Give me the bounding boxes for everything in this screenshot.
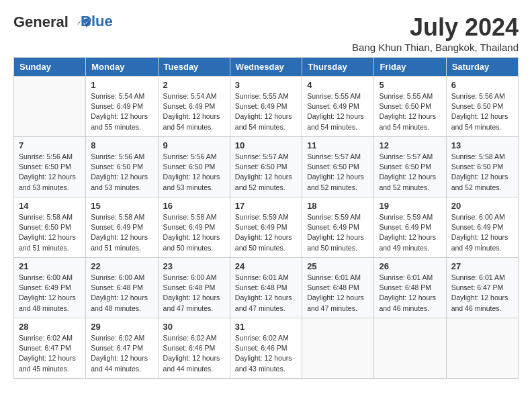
day-detail: Sunrise: 6:01 AM Sunset: 6:47 PM Dayligh… [451,273,513,314]
day-number: 15 [91,201,152,211]
calendar-cell: 19Sunrise: 5:59 AM Sunset: 6:49 PM Dayli… [374,197,446,258]
calendar-cell: 13Sunrise: 5:58 AM Sunset: 6:50 PM Dayli… [446,137,518,197]
day-detail: Sunrise: 6:00 AM Sunset: 6:48 PM Dayligh… [91,273,152,314]
calendar-cell: 22Sunrise: 6:00 AM Sunset: 6:48 PM Dayli… [86,258,158,318]
day-detail: Sunrise: 5:59 AM Sunset: 6:49 PM Dayligh… [235,212,297,253]
day-detail: Sunrise: 6:02 AM Sunset: 6:47 PM Dayligh… [91,333,152,374]
weekday-header-tuesday: Tuesday [158,58,230,77]
day-detail: Sunrise: 5:56 AM Sunset: 6:50 PM Dayligh… [91,152,152,193]
day-number: 6 [451,80,513,90]
calendar-cell: 2Sunrise: 5:54 AM Sunset: 6:49 PM Daylig… [158,77,230,137]
calendar-cell: 25Sunrise: 6:01 AM Sunset: 6:48 PM Dayli… [302,258,374,318]
day-number: 19 [379,201,441,211]
logo-general: General [13,13,69,30]
weekday-header-friday: Friday [374,58,446,77]
logo-blue: Blue [81,13,113,30]
day-number: 13 [451,140,513,150]
weekday-header-wednesday: Wednesday [230,58,302,77]
calendar-body: 1Sunrise: 5:54 AM Sunset: 6:49 PM Daylig… [14,77,519,379]
day-detail: Sunrise: 5:55 AM Sunset: 6:50 PM Dayligh… [379,91,441,132]
day-detail: Sunrise: 5:54 AM Sunset: 6:49 PM Dayligh… [163,91,225,132]
calendar-cell: 16Sunrise: 5:58 AM Sunset: 6:49 PM Dayli… [158,197,230,258]
day-number: 4 [307,80,369,90]
day-number: 22 [91,261,152,271]
day-number: 30 [163,322,225,332]
calendar-cell [14,77,86,137]
day-number: 2 [163,80,225,90]
day-detail: Sunrise: 5:55 AM Sunset: 6:49 PM Dayligh… [235,91,297,132]
weekday-header-sunday: Sunday [14,58,86,77]
calendar-cell: 6Sunrise: 5:56 AM Sunset: 6:50 PM Daylig… [446,77,518,137]
calendar-week-row: 14Sunrise: 5:58 AM Sunset: 6:50 PM Dayli… [14,197,519,258]
calendar-cell [374,318,446,379]
day-number: 23 [163,261,225,271]
day-detail: Sunrise: 6:01 AM Sunset: 6:48 PM Dayligh… [307,273,369,314]
day-number: 26 [379,261,441,271]
day-detail: Sunrise: 6:02 AM Sunset: 6:46 PM Dayligh… [235,333,297,374]
calendar-week-row: 21Sunrise: 6:00 AM Sunset: 6:49 PM Dayli… [14,258,519,318]
day-number: 3 [235,80,297,90]
weekday-header-thursday: Thursday [302,58,374,77]
weekday-header-monday: Monday [86,58,158,77]
day-number: 8 [91,140,152,150]
calendar-table: SundayMondayTuesdayWednesdayThursdayFrid… [13,57,519,379]
title-section: July 2024 Bang Khun Thian, Bangkok, Thai… [352,13,519,53]
calendar-week-row: 7Sunrise: 5:56 AM Sunset: 6:50 PM Daylig… [14,137,519,197]
calendar-cell: 21Sunrise: 6:00 AM Sunset: 6:49 PM Dayli… [14,258,86,318]
day-number: 24 [235,261,297,271]
calendar-cell: 26Sunrise: 6:01 AM Sunset: 6:48 PM Dayli… [374,258,446,318]
day-number: 20 [451,201,513,211]
calendar-cell: 10Sunrise: 5:57 AM Sunset: 6:50 PM Dayli… [230,137,302,197]
day-detail: Sunrise: 5:58 AM Sunset: 6:50 PM Dayligh… [451,152,513,193]
day-number: 1 [91,80,152,90]
day-detail: Sunrise: 6:01 AM Sunset: 6:48 PM Dayligh… [379,273,441,314]
day-number: 21 [19,261,81,271]
calendar-cell: 11Sunrise: 5:57 AM Sunset: 6:50 PM Dayli… [302,137,374,197]
calendar-cell: 18Sunrise: 5:59 AM Sunset: 6:49 PM Dayli… [302,197,374,258]
calendar-cell: 27Sunrise: 6:01 AM Sunset: 6:47 PM Dayli… [446,258,518,318]
day-number: 7 [19,140,81,150]
day-detail: Sunrise: 5:55 AM Sunset: 6:49 PM Dayligh… [307,91,369,132]
day-number: 10 [235,140,297,150]
calendar-cell: 9Sunrise: 5:56 AM Sunset: 6:50 PM Daylig… [158,137,230,197]
location-subtitle: Bang Khun Thian, Bangkok, Thailand [352,42,519,53]
calendar-cell: 3Sunrise: 5:55 AM Sunset: 6:49 PM Daylig… [230,77,302,137]
calendar-cell: 20Sunrise: 6:00 AM Sunset: 6:49 PM Dayli… [446,197,518,258]
calendar-cell: 17Sunrise: 5:59 AM Sunset: 6:49 PM Dayli… [230,197,302,258]
day-number: 9 [163,140,225,150]
calendar-week-row: 1Sunrise: 5:54 AM Sunset: 6:49 PM Daylig… [14,77,519,137]
calendar-cell: 5Sunrise: 5:55 AM Sunset: 6:50 PM Daylig… [374,77,446,137]
day-number: 11 [307,140,369,150]
calendar-cell: 12Sunrise: 5:57 AM Sunset: 6:50 PM Dayli… [374,137,446,197]
calendar-cell: 1Sunrise: 5:54 AM Sunset: 6:49 PM Daylig… [86,77,158,137]
day-detail: Sunrise: 5:59 AM Sunset: 6:49 PM Dayligh… [379,212,441,253]
calendar-cell: 8Sunrise: 5:56 AM Sunset: 6:50 PM Daylig… [86,137,158,197]
day-number: 28 [19,322,81,332]
day-number: 14 [19,201,81,211]
calendar-cell [302,318,374,379]
weekday-header-row: SundayMondayTuesdayWednesdayThursdayFrid… [14,58,519,77]
calendar-cell: 14Sunrise: 5:58 AM Sunset: 6:50 PM Dayli… [14,197,86,258]
day-detail: Sunrise: 5:54 AM Sunset: 6:49 PM Dayligh… [91,91,152,132]
calendar-cell: 31Sunrise: 6:02 AM Sunset: 6:46 PM Dayli… [230,318,302,379]
calendar-cell: 24Sunrise: 6:01 AM Sunset: 6:48 PM Dayli… [230,258,302,318]
day-number: 29 [91,322,152,332]
day-detail: Sunrise: 5:57 AM Sunset: 6:50 PM Dayligh… [235,152,297,193]
weekday-header-saturday: Saturday [446,58,518,77]
logo: General Blue [13,13,113,32]
day-detail: Sunrise: 5:58 AM Sunset: 6:49 PM Dayligh… [163,212,225,253]
day-detail: Sunrise: 6:00 AM Sunset: 6:49 PM Dayligh… [19,273,81,314]
day-detail: Sunrise: 5:56 AM Sunset: 6:50 PM Dayligh… [19,152,81,193]
day-detail: Sunrise: 6:02 AM Sunset: 6:46 PM Dayligh… [163,333,225,374]
page-header: General Blue July 2024 Bang Khun Thian, … [13,13,519,53]
calendar-cell: 30Sunrise: 6:02 AM Sunset: 6:46 PM Dayli… [158,318,230,379]
calendar-cell: 15Sunrise: 5:58 AM Sunset: 6:49 PM Dayli… [86,197,158,258]
day-number: 31 [235,322,297,332]
day-number: 5 [379,80,441,90]
day-detail: Sunrise: 5:57 AM Sunset: 6:50 PM Dayligh… [379,152,441,193]
calendar-week-row: 28Sunrise: 6:02 AM Sunset: 6:47 PM Dayli… [14,318,519,379]
calendar-cell: 28Sunrise: 6:02 AM Sunset: 6:47 PM Dayli… [14,318,86,379]
day-detail: Sunrise: 5:58 AM Sunset: 6:50 PM Dayligh… [19,212,81,253]
day-detail: Sunrise: 5:56 AM Sunset: 6:50 PM Dayligh… [163,152,225,193]
day-number: 12 [379,140,441,150]
